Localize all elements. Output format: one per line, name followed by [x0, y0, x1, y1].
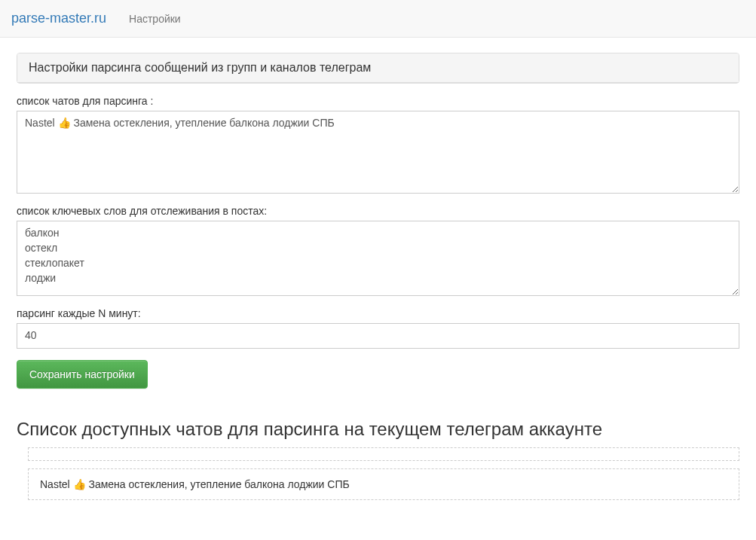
keywords-group: список ключевых слов для отслеживания в …: [17, 205, 739, 296]
available-chats-header: Список доступных чатов для парсинга на т…: [17, 419, 739, 440]
nav-settings-link[interactable]: Настройки: [118, 2, 192, 36]
settings-panel: Настройки парсинга сообщений из групп и …: [17, 53, 739, 84]
chat-item[interactable]: Nastel 👍 Замена остекления, утепление ба…: [28, 468, 739, 500]
keywords-label: список ключевых слов для отслеживания в …: [17, 205, 739, 217]
interval-group: парсинг каждые N минут:: [17, 307, 739, 349]
navbar: parse-master.ru Настройки: [0, 0, 756, 38]
keywords-textarea[interactable]: балкон остекл стеклопакет лоджи: [17, 221, 739, 296]
available-chats-list: Nastel 👍 Замена остекления, утепление ба…: [28, 447, 739, 500]
settings-form: список чатов для парсинга : Nastel 👍 Зам…: [17, 84, 739, 400]
interval-label: парсинг каждые N минут:: [17, 307, 739, 319]
chats-textarea[interactable]: Nastel 👍 Замена остекления, утепление ба…: [17, 111, 739, 194]
save-button[interactable]: Сохранить настройки: [17, 360, 148, 389]
brand-link[interactable]: parse-master.ru: [11, 11, 118, 26]
main-container: Настройки парсинга сообщений из групп и …: [0, 53, 756, 500]
panel-title: Настройки парсинга сообщений из групп и …: [17, 53, 739, 83]
chats-label: список чатов для парсинга :: [17, 95, 739, 107]
chat-item[interactable]: [28, 447, 739, 461]
interval-input[interactable]: [17, 323, 739, 349]
chats-group: список чатов для парсинга : Nastel 👍 Зам…: [17, 95, 739, 194]
